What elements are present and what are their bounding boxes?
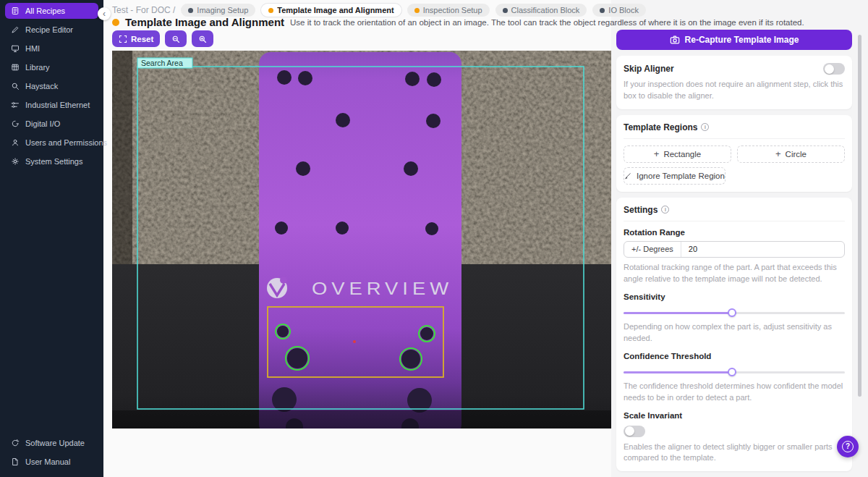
part-hole (298, 71, 312, 85)
scale-invariant-description: Enables the aligner to detect slightly b… (624, 442, 845, 465)
part-hole (272, 387, 297, 412)
sidebar-item-label: User Manual (25, 457, 70, 466)
help-button[interactable]: ? (837, 436, 859, 457)
status-dot-icon (188, 8, 193, 13)
sidebar-item-label: Software Update (25, 439, 85, 447)
sidebar-item-hmi[interactable]: HMI (5, 41, 98, 56)
tab-label: Imaging Setup (197, 6, 248, 14)
degrees-prefix: +/- Degrees (624, 242, 681, 257)
part-hole (296, 161, 310, 176)
page-title: Template Image and Alignment (125, 16, 284, 28)
toggle-knob (625, 426, 634, 436)
settings-title: Settings (624, 205, 658, 215)
recapture-template-button[interactable]: Re-Capture Template Image (616, 30, 852, 50)
grid-icon (11, 63, 20, 72)
sidebar-item-library[interactable]: Library (5, 59, 98, 75)
slider-fill (624, 312, 732, 314)
page-description: Use it to track the orientation of an ob… (290, 18, 804, 27)
confidence-threshold-description: The confidence threshold determines how … (624, 381, 845, 404)
pencil-icon (11, 25, 20, 34)
breadcrumb: Test - For DOC / (112, 5, 175, 15)
confidence-threshold-slider[interactable] (624, 368, 845, 376)
skip-aligner-description: If your inspection does not require an a… (624, 79, 845, 102)
sidebar-item-industrial-ethernet[interactable]: Industrial Ethernet (5, 97, 98, 113)
sidebar-item-recipe-editor[interactable]: Recipe Editor (5, 22, 98, 38)
sensitivity-label: Sensitivity (624, 292, 845, 301)
sidebar-item-user-manual[interactable]: User Manual (5, 454, 98, 470)
camera-viewport[interactable]: OVERVIEW Search Area (112, 51, 611, 429)
part-hole (336, 113, 350, 127)
center-marker-dot (353, 340, 356, 343)
sidebar-item-haystack[interactable]: Haystack (5, 78, 98, 94)
main-area: Test - For DOC / Imaging Setup Template … (103, 0, 868, 477)
add-circle-region-button[interactable]: + Circle (737, 145, 845, 163)
reset-view-button[interactable]: Reset (112, 30, 160, 47)
part-hole (277, 326, 289, 337)
monitor-icon (11, 44, 20, 53)
tab-label: IO Block (608, 6, 639, 14)
left-shadow (112, 51, 132, 264)
info-icon[interactable]: i (661, 206, 669, 214)
part-hole (427, 72, 441, 87)
template-regions-card: Template Regions i + Rectangle + Circle … (616, 115, 852, 192)
tab-template-image-alignment[interactable]: Template Image and Alignment (261, 4, 401, 17)
sidebar-item-users-permissions[interactable]: Users and Permissions (5, 135, 98, 151)
add-rectangle-region-button[interactable]: + Rectangle (624, 145, 731, 163)
reset-label: Reset (131, 35, 153, 43)
zoom-in-icon (198, 35, 207, 43)
settings-card: Settings i Rotation Range +/- Degrees Ro… (616, 198, 852, 472)
ignore-region-icon (624, 172, 632, 180)
network-icon (11, 101, 20, 109)
panel-scrollbar[interactable] (858, 35, 861, 397)
sidebar-item-label: Industrial Ethernet (25, 101, 90, 109)
chevron-left-icon: ‹ (103, 9, 106, 18)
zoom-in-button[interactable] (192, 30, 213, 47)
rotation-range-input-group: +/- Degrees (624, 241, 845, 258)
zoom-out-button[interactable] (165, 30, 187, 47)
tab-imaging-setup[interactable]: Imaging Setup (181, 4, 255, 17)
plus-icon: + (775, 149, 781, 159)
status-dot-icon (268, 8, 273, 13)
sidebar-item-label: System Settings (25, 157, 82, 166)
camera-icon (670, 35, 680, 45)
slider-thumb[interactable] (728, 308, 736, 317)
ignore-template-region-button[interactable]: Ignore Template Region (624, 167, 726, 185)
status-dot-icon (600, 8, 605, 13)
bottom-shadow-band (112, 410, 611, 429)
sensitivity-slider[interactable] (624, 308, 845, 317)
part-hole (404, 161, 418, 176)
refresh-icon (11, 439, 20, 447)
sidebar-item-label: Digital I/O (25, 119, 60, 128)
scale-invariant-toggle[interactable] (624, 426, 645, 437)
part-hole (426, 114, 441, 128)
zoom-out-icon (171, 35, 180, 43)
sidebar-item-label: HMI (25, 44, 40, 53)
search-area-label: Search Area (141, 59, 183, 67)
sidebar-item-all-recipes[interactable]: All Recipes (5, 3, 98, 19)
tab-classification-block[interactable]: Classification Block (495, 4, 587, 17)
sidebar-item-digital-io[interactable]: Digital I/O (5, 116, 98, 132)
skip-aligner-label: Skip Aligner (624, 64, 674, 74)
part-hole (277, 70, 292, 85)
status-dot-icon (503, 8, 508, 13)
sidebar-item-label: All Recipes (25, 7, 65, 15)
sidebar-collapse-button[interactable]: ‹ (98, 7, 111, 20)
sidebar-item-system-settings[interactable]: System Settings (5, 153, 98, 169)
slider-fill (624, 371, 732, 373)
sidebar-item-label: Library (25, 63, 50, 72)
plus-icon: + (654, 149, 660, 159)
tab-inspection-setup[interactable]: Inspection Setup (407, 4, 490, 17)
slider-thumb[interactable] (728, 368, 736, 376)
sidebar-item-software-update[interactable]: Software Update (5, 435, 98, 451)
question-mark-icon: ? (842, 441, 854, 452)
tab-label: Classification Block (511, 6, 580, 14)
rectangle-label: Rectangle (663, 150, 701, 159)
part-hole (336, 221, 349, 235)
template-regions-title: Template Regions (624, 122, 697, 132)
recipes-icon (11, 7, 20, 15)
sidebar-item-label: Users and Permissions (25, 138, 107, 147)
skip-aligner-toggle[interactable] (823, 63, 845, 75)
info-icon[interactable]: i (701, 123, 709, 131)
tab-io-block[interactable]: IO Block (592, 4, 646, 17)
rotation-range-input[interactable] (681, 245, 844, 253)
